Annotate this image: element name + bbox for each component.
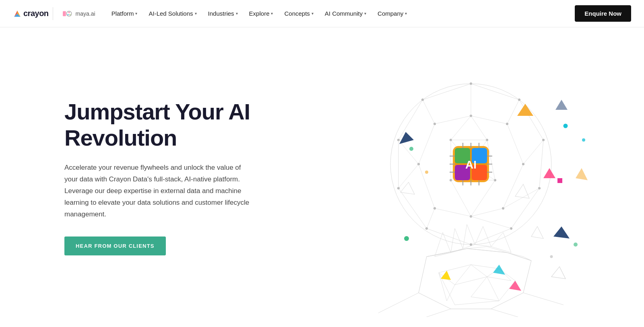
svg-point-127 xyxy=(582,138,585,142)
hero-content: Jumpstart Your AI Revolution Accelerate … xyxy=(64,99,274,255)
nav-item-concepts[interactable]: Concepts ▾ xyxy=(279,7,318,20)
svg-marker-91 xyxy=(419,249,531,309)
nav-item-company[interactable]: Company ▾ xyxy=(373,7,412,20)
svg-point-7 xyxy=(67,14,68,15)
crayon-logo-icon xyxy=(13,9,22,18)
maya-brand-text: maya.ai xyxy=(76,10,95,17)
svg-marker-119 xyxy=(493,265,505,275)
svg-marker-110 xyxy=(399,132,414,144)
nav-item-ai-led-solutions[interactable]: AI-Led Solutions ▾ xyxy=(144,7,201,20)
concepts-chevron-icon: ▾ xyxy=(312,11,314,16)
maya-logo-icon xyxy=(63,9,74,18)
svg-line-62 xyxy=(471,180,495,216)
svg-line-38 xyxy=(427,228,471,245)
svg-line-33 xyxy=(471,84,519,100)
navbar: crayon maya.ai Platform ▾ AI-Led Solutio… xyxy=(0,0,644,27)
crayon-brand-text: crayon xyxy=(23,9,49,18)
svg-line-60 xyxy=(471,116,487,140)
svg-point-113 xyxy=(404,236,409,241)
svg-line-34 xyxy=(519,100,543,140)
nav-cta-area: Enquire Now xyxy=(575,5,631,22)
explore-chevron-icon: ▾ xyxy=(271,11,273,16)
svg-point-129 xyxy=(550,255,553,258)
svg-point-128 xyxy=(574,243,578,247)
svg-line-65 xyxy=(451,180,471,216)
ai-led-solutions-chevron-icon: ▾ xyxy=(195,11,197,16)
svg-line-106 xyxy=(402,309,451,317)
svg-line-50 xyxy=(398,140,419,164)
nav-links: Platform ▾ AI-Led Solutions ▾ Industries… xyxy=(107,7,575,20)
svg-line-63 xyxy=(451,116,471,140)
maya-logo[interactable]: maya.ai xyxy=(63,9,95,18)
svg-line-36 xyxy=(511,188,539,228)
hero-illustration: AI xyxy=(338,60,620,317)
svg-line-39 xyxy=(398,188,427,228)
nav-item-industries[interactable]: Industries ▾ xyxy=(203,7,243,20)
ai-community-chevron-icon: ▾ xyxy=(364,11,366,16)
svg-line-56 xyxy=(435,208,471,216)
svg-line-51 xyxy=(423,100,435,124)
svg-point-6 xyxy=(68,12,70,13)
hero-section: Jumpstart Your AI Revolution Accelerate … xyxy=(0,27,644,327)
svg-marker-97 xyxy=(463,224,475,249)
svg-line-49 xyxy=(398,164,419,188)
svg-line-53 xyxy=(507,124,523,164)
svg-marker-123 xyxy=(531,226,543,239)
nav-item-explore[interactable]: Explore ▾ xyxy=(244,7,278,20)
svg-line-42 xyxy=(423,84,471,100)
platform-chevron-icon: ▾ xyxy=(135,11,137,16)
enquire-now-button[interactable]: Enquire Now xyxy=(575,5,631,22)
svg-line-46 xyxy=(503,188,539,208)
svg-marker-125 xyxy=(555,100,568,110)
industries-chevron-icon: ▾ xyxy=(236,11,238,16)
svg-line-107 xyxy=(523,293,564,305)
svg-marker-120 xyxy=(509,281,521,291)
svg-marker-104 xyxy=(471,277,499,301)
svg-marker-111 xyxy=(553,226,570,239)
svg-marker-124 xyxy=(551,267,566,279)
svg-marker-126 xyxy=(576,168,588,180)
hero-description: Accelerate your revenue flywheels and un… xyxy=(64,162,250,220)
svg-line-44 xyxy=(507,100,519,124)
svg-line-52 xyxy=(471,116,507,124)
svg-line-47 xyxy=(471,216,511,228)
hear-from-clients-button[interactable]: HEAR FROM OUR CLIENTS xyxy=(64,237,166,255)
company-chevron-icon: ▾ xyxy=(405,11,407,16)
svg-marker-94 xyxy=(507,253,531,261)
svg-marker-96 xyxy=(451,228,463,253)
svg-line-41 xyxy=(398,100,423,140)
svg-line-55 xyxy=(471,208,503,216)
svg-marker-100 xyxy=(439,265,515,305)
svg-point-114 xyxy=(564,124,568,128)
crayon-logo[interactable]: crayon xyxy=(13,9,49,18)
logo-area: crayon maya.ai xyxy=(13,7,95,20)
svg-line-54 xyxy=(503,164,523,208)
svg-point-8 xyxy=(69,14,70,15)
svg-point-115 xyxy=(409,147,413,151)
svg-marker-102 xyxy=(455,265,487,285)
svg-text:AI: AI xyxy=(465,158,477,171)
svg-line-108 xyxy=(491,309,531,317)
svg-line-48 xyxy=(427,208,435,228)
svg-marker-117 xyxy=(543,168,555,178)
svg-marker-109 xyxy=(517,104,533,116)
nav-item-platform[interactable]: Platform ▾ xyxy=(107,7,142,20)
svg-line-59 xyxy=(435,116,471,124)
svg-marker-92 xyxy=(427,249,467,257)
svg-rect-112 xyxy=(557,178,562,183)
svg-point-116 xyxy=(425,171,428,174)
svg-marker-122 xyxy=(400,182,415,194)
svg-rect-4 xyxy=(63,11,66,16)
nav-item-ai-community[interactable]: AI Community ▾ xyxy=(320,7,371,20)
svg-line-58 xyxy=(419,124,435,164)
svg-line-35 xyxy=(539,140,543,188)
logo-divider xyxy=(53,7,53,20)
hero-title: Jumpstart Your AI Revolution xyxy=(64,99,274,151)
svg-marker-121 xyxy=(515,184,529,198)
svg-line-105 xyxy=(378,293,419,313)
svg-line-45 xyxy=(523,140,543,164)
